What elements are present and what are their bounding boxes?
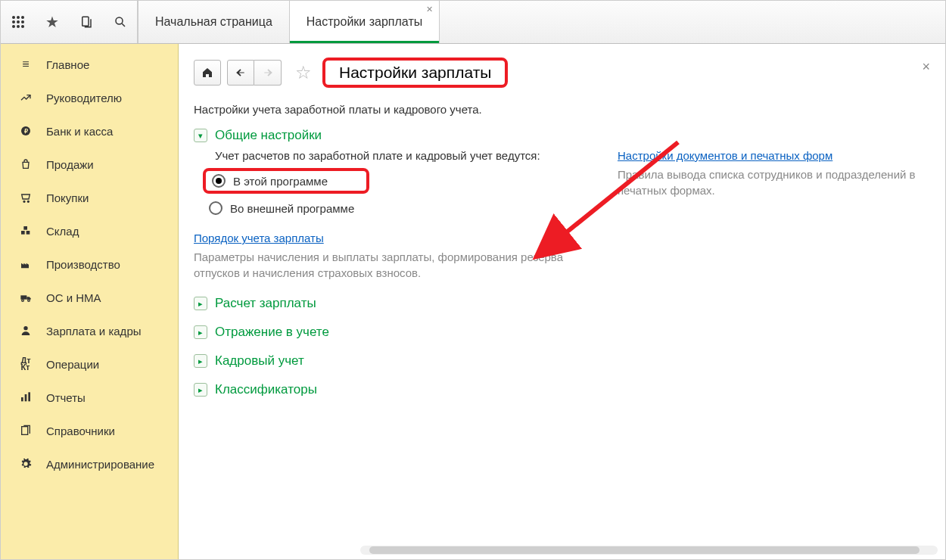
sidebar-item-bank[interactable]: ₽ Банк и касса: [1, 114, 178, 148]
svg-rect-15: [21, 231, 25, 235]
page-title-highlight: Настройки зарплаты: [322, 58, 508, 88]
svg-point-3: [12, 20, 15, 23]
sidebar-item-label: Главное: [46, 58, 89, 71]
text-order-desc: Параметры начисления и выплаты зарплаты,…: [194, 249, 587, 281]
tab-salary-settings[interactable]: Настройки зарплаты ✕: [290, 1, 440, 43]
sidebar-item-admin[interactable]: Администрирование: [1, 447, 178, 481]
page-subtitle: Настройки учета заработной платы и кадро…: [194, 103, 930, 116]
svg-point-18: [22, 300, 24, 302]
section-hr[interactable]: ▸ Кадровый учет: [194, 353, 587, 369]
text-doc-desc: Правила вывода списка сотрудников и подр…: [618, 166, 935, 198]
chevron-down-icon: ▾: [194, 129, 207, 142]
sidebar-item-label: ОС и НМА: [46, 291, 101, 304]
svg-point-8: [21, 25, 24, 28]
search-icon[interactable]: [103, 1, 137, 43]
chevron-right-icon: ▸: [194, 297, 207, 310]
page-title: Настройки зарплаты: [339, 64, 491, 82]
sidebar-item-label: Склад: [46, 225, 79, 238]
sidebar-item-warehouse[interactable]: Склад: [1, 214, 178, 247]
tab-bar: ★ Начальная страница Настройки зарплаты …: [1, 1, 945, 44]
radio-external[interactable]: Во внешней программе: [203, 198, 587, 218]
section-label: Кадровый учет: [215, 353, 304, 369]
section-label: Отражение в учете: [215, 325, 329, 340]
chevron-right-icon: ▸: [194, 325, 207, 339]
boxes-icon: [17, 225, 34, 237]
svg-text:₽: ₽: [24, 128, 28, 135]
radio-icon: [212, 174, 226, 188]
sidebar: ≡ Главное Руководителю ₽ Банк и касса Пр…: [1, 44, 179, 559]
svg-point-19: [28, 300, 30, 302]
svg-point-10: [116, 17, 123, 24]
back-button[interactable]: [227, 60, 254, 86]
tab-label: Начальная страница: [155, 15, 272, 29]
horizontal-scrollbar[interactable]: [360, 546, 938, 555]
cart-icon: [17, 191, 34, 204]
radio-in-program[interactable]: В этой программе: [203, 168, 369, 194]
sidebar-item-label: Производство: [46, 258, 120, 271]
ruble-icon: ₽: [17, 125, 34, 137]
radio-icon: [209, 201, 222, 215]
svg-rect-24: [22, 427, 28, 435]
sidebar-item-label: Операции: [46, 358, 99, 371]
sidebar-item-salary[interactable]: Зарплата и кадры: [1, 314, 178, 347]
chevron-right-icon: ▸: [194, 354, 207, 368]
factory-icon: [17, 258, 34, 270]
menu-icon: ≡: [17, 58, 34, 71]
chevron-right-icon: ▸: [194, 383, 207, 397]
sidebar-item-reports[interactable]: Отчеты: [1, 381, 178, 414]
sidebar-item-label: Руководителю: [46, 92, 122, 104]
svg-point-6: [12, 25, 15, 28]
sidebar-item-sales[interactable]: Продажи: [1, 148, 178, 181]
gear-icon: [17, 458, 34, 470]
section-classifiers[interactable]: ▸ Классификаторы: [194, 382, 587, 397]
sidebar-item-purchases[interactable]: Покупки: [1, 181, 178, 214]
star-icon[interactable]: ★: [35, 1, 69, 43]
main-panel: ☆ Настройки зарплаты × Настройки учета з…: [179, 44, 945, 559]
truck-icon: [17, 291, 34, 303]
svg-point-5: [21, 20, 24, 23]
section-general[interactable]: ▾ Общие настройки: [194, 128, 587, 143]
close-page-button[interactable]: ×: [922, 59, 930, 75]
radio-label: В этой программе: [233, 175, 328, 188]
favorite-star-icon[interactable]: ☆: [295, 62, 312, 83]
sidebar-item-label: Администрирование: [46, 458, 154, 471]
home-button[interactable]: [194, 60, 221, 86]
sidebar-item-manager[interactable]: Руководителю: [1, 81, 178, 114]
history-icon[interactable]: [69, 1, 103, 43]
svg-point-0: [12, 16, 15, 19]
section-reflect[interactable]: ▸ Отражение в учете: [194, 325, 587, 340]
apps-icon[interactable]: [1, 1, 35, 43]
sidebar-item-label: Справочники: [46, 425, 115, 437]
tab-home[interactable]: Начальная страница: [138, 1, 290, 43]
sidebar-item-operations[interactable]: ДтКт Операции: [1, 347, 178, 381]
svg-point-20: [23, 326, 27, 330]
svg-point-7: [17, 25, 20, 28]
close-icon[interactable]: ✕: [426, 5, 433, 14]
sidebar-item-label: Зарплата и кадры: [46, 325, 142, 338]
sidebar-item-refs[interactable]: Справочники: [1, 414, 178, 447]
radio-label: Во внешней программе: [230, 202, 354, 215]
section-label: Расчет зарплаты: [215, 296, 316, 311]
section-calc[interactable]: ▸ Расчет зарплаты: [194, 296, 587, 311]
link-salary-order[interactable]: Порядок учета зарплаты: [194, 232, 324, 244]
tab-label: Настройки зарплаты: [307, 15, 422, 29]
sidebar-item-label: Отчеты: [46, 391, 86, 404]
ledger-icon: ДтКт: [17, 357, 34, 371]
sidebar-item-label: Покупки: [46, 191, 89, 204]
sidebar-item-assets[interactable]: ОС и НМА: [1, 281, 178, 314]
svg-rect-9: [82, 17, 88, 26]
svg-point-2: [21, 16, 24, 19]
section-label: Классификаторы: [215, 382, 317, 397]
sidebar-item-main[interactable]: ≡ Главное: [1, 48, 178, 81]
books-icon: [17, 425, 34, 437]
link-doc-settings[interactable]: Настройки документов и печатных форм: [618, 149, 832, 162]
forward-button[interactable]: [254, 60, 282, 86]
svg-rect-17: [23, 226, 27, 230]
svg-rect-23: [28, 392, 30, 401]
bag-icon: [17, 158, 34, 170]
svg-point-14: [27, 201, 29, 202]
sidebar-item-production[interactable]: Производство: [1, 247, 178, 281]
svg-rect-16: [26, 231, 30, 235]
trend-icon: [17, 92, 34, 104]
sidebar-item-label: Продажи: [46, 158, 94, 171]
